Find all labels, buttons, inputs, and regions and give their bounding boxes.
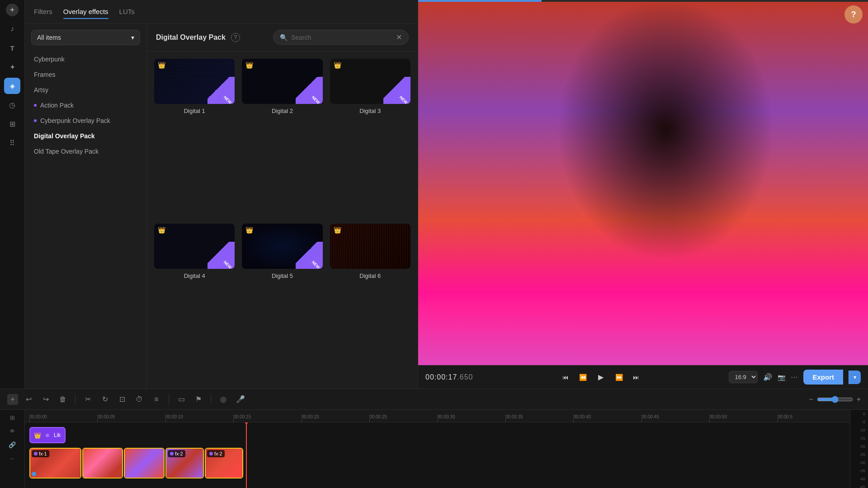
all-items-dropdown[interactable]: All items ▾ <box>31 30 140 45</box>
grid-item-2[interactable]: 👑NEWDigital 2 <box>242 59 322 216</box>
clip-bg-3 <box>125 449 164 478</box>
tab-overlay-effects[interactable]: Overlay effects <box>63 6 108 17</box>
mic-button[interactable]: 🎤 <box>234 393 247 406</box>
play-button[interactable]: ▶ <box>593 370 609 385</box>
skip-to-start-button[interactable]: ⏮ <box>559 371 572 384</box>
playback-controls: ⏮ ⏪ ▶ ⏩ ⏭ <box>559 370 643 385</box>
filter-button[interactable]: ≡ <box>150 393 163 406</box>
ruler-line-7 <box>505 419 506 422</box>
new-badge-2: NEW <box>296 77 323 104</box>
video-clip-4[interactable]: fx·2 <box>165 448 204 479</box>
volume-icon[interactable]: 🔊 <box>763 373 772 381</box>
frame-back-button[interactable]: ⏪ <box>576 371 590 384</box>
more-options-icon[interactable]: ⋯ <box>791 373 798 381</box>
zoom-in-icon[interactable]: + <box>857 395 861 404</box>
flag-button[interactable]: ⚑ <box>192 393 205 406</box>
sidebar-item-old-tape-overlay-pack[interactable]: Old Tape Overlay Pack <box>25 144 146 159</box>
sidebar-item-digital-overlay-pack[interactable]: Digital Overlay Pack <box>25 128 146 144</box>
tab-luts[interactable]: LUTs <box>119 6 135 17</box>
ruler-time-2: 00:00:10 <box>165 414 183 419</box>
video-clip-3[interactable] <box>124 448 165 479</box>
ruler-marks: 00:00:0000:00:0500:00:1000:00:1500:00:20… <box>29 414 845 422</box>
crop-button[interactable]: ⊡ <box>115 393 129 406</box>
export-dropdown-button[interactable]: ▾ <box>849 371 861 384</box>
ruler-time-10: 00:00:50 <box>709 414 727 419</box>
skip-to-end-button[interactable]: ⏭ <box>629 371 643 384</box>
sidebar-item-artsy[interactable]: Artsy <box>25 82 146 98</box>
tab-filters[interactable]: Filters <box>34 6 52 17</box>
export-button[interactable]: Export <box>803 370 843 385</box>
track-back-button[interactable]: ← <box>5 452 19 464</box>
grid-item-thumb-3: 👑NEW <box>330 59 410 104</box>
ruler-mark-2: 00:00:10 <box>165 414 233 422</box>
category-dot-action-pack <box>34 104 37 107</box>
video-clip-1[interactable]: fx·1 <box>29 448 81 479</box>
search-input[interactable] <box>291 34 392 41</box>
puzzle-icon-btn[interactable]: ⊞ <box>4 116 20 132</box>
rotate-button[interactable]: ↻ <box>98 393 112 406</box>
clip-badge-label-5: fx·2 <box>214 451 222 456</box>
clock-icon-btn[interactable]: ◷ <box>4 97 20 113</box>
grid-item-6[interactable]: 👑Digital 6 <box>330 224 410 381</box>
ruler-line-6 <box>438 419 438 422</box>
delete-button[interactable]: 🗑 <box>56 393 70 406</box>
grid-item-5[interactable]: 👑NEWDigital 5 <box>242 224 322 381</box>
ruler-time-1: 00:00:05 <box>97 414 115 419</box>
screenshot-icon[interactable]: 📷 <box>778 374 785 381</box>
timecode-decimal: .650 <box>457 373 473 381</box>
adjust-button[interactable]: ⏱ <box>132 393 146 406</box>
grid-item-label-6: Digital 6 <box>359 272 381 279</box>
category-sidebar: All items ▾ CyberpunkFramesArtsyAction P… <box>25 23 147 389</box>
grid-item-3[interactable]: 👑NEWDigital 3 <box>330 59 410 216</box>
sticker-icon-btn[interactable]: ✦ <box>4 59 20 75</box>
fx-dot-5 <box>209 452 213 455</box>
category-label-cyberpunk-overlay-pack: Cyberpunk Overlay Pack <box>40 117 110 124</box>
ruler-mark-11: 00:00:5 <box>778 414 845 422</box>
items-grid-area: Digital Overlay Pack ? 🔍 ✕ 👑NEWDigital 1… <box>147 23 418 389</box>
toolbar-separator-3 <box>211 394 211 405</box>
vu-mark-12: -15 <box>859 436 865 441</box>
grid-item-1[interactable]: 👑NEWDigital 1 <box>154 59 235 216</box>
zoom-out-icon[interactable]: − <box>809 395 813 404</box>
add-button[interactable]: + <box>6 4 19 16</box>
sidebar-item-frames[interactable]: Frames <box>25 67 146 82</box>
video-clip-5[interactable]: fx·2 <box>205 448 243 479</box>
vu-mark-0: 0 <box>863 412 865 416</box>
tabs-bar: Filters Overlay effects LUTs <box>25 0 418 23</box>
sidebar-item-cyberpunk[interactable]: Cyberpunk <box>25 52 146 67</box>
grid-item-4[interactable]: 👑NEWDigital 4 <box>154 224 235 381</box>
search-clear-icon[interactable]: ✕ <box>396 33 402 42</box>
toolbar-separator-2 <box>169 394 169 405</box>
ruler-line-10 <box>709 419 710 422</box>
video-clip-2[interactable] <box>82 448 123 479</box>
music-icon-btn[interactable]: ♪ <box>4 21 20 37</box>
ruler-mark-8: 00:00:40 <box>573 414 641 422</box>
help-button[interactable]: ? <box>844 5 863 23</box>
overlay-icon-btn[interactable]: ◈ <box>4 78 20 94</box>
pack-title: Digital Overlay Pack <box>156 33 226 42</box>
sidebar-item-cyberpunk-overlay-pack[interactable]: Cyberpunk Overlay Pack <box>25 113 146 128</box>
grid-item-thumb-5: 👑NEW <box>242 224 322 269</box>
redo-button[interactable]: ↪ <box>39 393 52 406</box>
video-canvas <box>418 2 868 365</box>
speed-button[interactable]: ◎ <box>217 393 230 406</box>
overlay-clip[interactable]: 👑 ◎ Lik <box>29 427 66 443</box>
ruler-time-6: 00:00:30 <box>438 414 455 419</box>
cut-button[interactable]: ✂ <box>81 393 94 406</box>
ruler-time-4: 00:00:20 <box>302 414 319 419</box>
track-link-button[interactable]: 🔗 <box>5 439 19 450</box>
media-button[interactable]: ▭ <box>175 393 188 406</box>
add-track-button[interactable]: + <box>7 394 18 405</box>
undo-button[interactable]: ↩ <box>22 393 35 406</box>
zoom-slider[interactable] <box>817 396 853 403</box>
track-eye-button[interactable]: 👁 <box>5 425 19 437</box>
frame-forward-button[interactable]: ⏩ <box>612 371 626 384</box>
text-icon-btn[interactable]: T <box>4 40 20 56</box>
effects-content: All items ▾ CyberpunkFramesArtsyAction P… <box>25 23 418 389</box>
aspect-ratio-select[interactable]: 16:9 <box>729 371 758 383</box>
sidebar-item-action-pack[interactable]: Action Pack <box>25 98 146 113</box>
grid-icon-btn[interactable]: ⠿ <box>4 135 20 151</box>
toolbar-separator-1 <box>75 394 75 405</box>
pack-help-icon[interactable]: ? <box>231 33 240 42</box>
track-expand-button[interactable]: ⊞ <box>5 412 19 423</box>
